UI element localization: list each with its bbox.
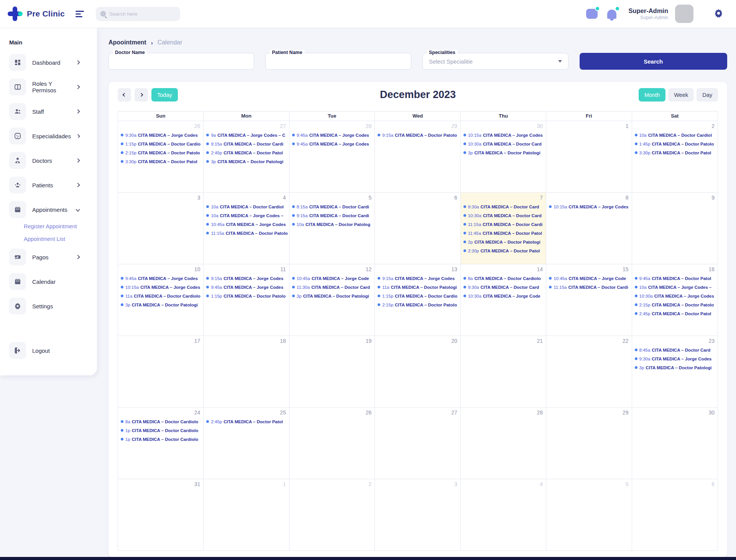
day-cell[interactable]: 119:15aCITA MEDICA – Jorge Codes9:45aCIT… — [204, 264, 289, 336]
day-cell[interactable]: 410aCITA MEDICA – Doctor Cardiol10aCITA … — [204, 193, 289, 264]
day-cell[interactable]: 1510:45aCITA MEDICA – Jorge Code11:15aCI… — [546, 264, 632, 336]
calendar-event[interactable]: 9:30aCITA MEDICA – Doctor Card — [462, 202, 546, 211]
day-cell[interactable]: 3 — [375, 479, 460, 551]
calendar-event[interactable]: 1pCITA MEDICA – Doctor Cardiolo — [120, 426, 203, 435]
calendar-event[interactable]: 10:30aCITA MEDICA – Doctor Card — [462, 139, 546, 148]
day-cell[interactable]: 31 — [118, 479, 204, 551]
calendar-event[interactable]: 9:45aCITA MEDICA – Jorge Codes — [291, 139, 375, 148]
calendar-event[interactable]: 2:45pCITA MEDICA – Doctor Patol — [205, 148, 289, 157]
calendar-event[interactable]: 10aCITA MEDICA – Doctor Cardiol — [634, 131, 718, 139]
avatar[interactable] — [675, 5, 693, 23]
day-cell[interactable]: 2 — [289, 479, 375, 551]
day-cell[interactable]: 810:15aCITA MEDICA – Jorge Codes — [546, 193, 632, 264]
day-cell[interactable]: 20 — [375, 336, 460, 408]
day-cell[interactable]: 252:45pCITA MEDICA – Doctor Patol — [204, 408, 289, 479]
day-cell[interactable]: 21 — [461, 336, 546, 408]
search-button[interactable]: Search — [580, 53, 727, 70]
search-input[interactable] — [109, 11, 171, 17]
calendar-event[interactable]: 9:45aCITA MEDICA – Jorge Codes — [205, 283, 289, 291]
calendar-event[interactable]: 3pCITA MEDICA – Doctor Patologi — [291, 291, 375, 300]
day-cell[interactable]: 28 — [461, 408, 546, 479]
brand[interactable]: Pre Clinic — [0, 7, 71, 21]
view-button-month[interactable]: Month — [639, 88, 665, 102]
calendar-event[interactable]: 10:45aCITA MEDICA – Jorge Codes — [205, 220, 289, 229]
calendar-event[interactable]: 8aCITA MEDICA – Doctor Cardiolo — [120, 417, 203, 426]
calendar-event[interactable]: 8:45aCITA MEDICA – Doctor Card — [634, 345, 718, 354]
calendar-event[interactable]: 9:45aCITA MEDICA – Doctor Patol — [634, 274, 718, 283]
calendar-event[interactable]: 9:45aCITA MEDICA – Jorge Codes — [120, 274, 203, 283]
day-cell[interactable]: 3 — [118, 193, 204, 264]
calendar-event[interactable]: 2:15pCITA MEDICA – Doctor Patolo — [634, 300, 718, 309]
day-cell[interactable]: 269:30aCITA MEDICA – Jorge Codes1:15pCIT… — [118, 121, 204, 193]
calendar-event[interactable]: 3:30pCITA MEDICA – Doctor Patol — [120, 157, 203, 166]
calendar-event[interactable]: 3pCITA MEDICA – Doctor Patologi — [120, 300, 203, 309]
calendar-event[interactable]: 9:45aCITA MEDICA – Jorge Codes — [291, 131, 375, 139]
day-cell[interactable]: 238:45aCITA MEDICA – Doctor Card9:30aCIT… — [632, 336, 718, 408]
calendar-event[interactable]: 10aCITA MEDICA – Doctor Cardiol — [205, 202, 289, 211]
day-cell[interactable]: 26 — [289, 408, 375, 479]
day-cell[interactable]: 1210:45aCITA MEDICA – Jorge Code11:30aCI… — [289, 264, 375, 336]
calendar-event[interactable]: 11:30aCITA MEDICA – Doctor Card — [291, 283, 375, 291]
day-cell[interactable]: 289:45aCITA MEDICA – Jorge Codes9:45aCIT… — [289, 121, 375, 193]
day-cell[interactable]: 169:45aCITA MEDICA – Doctor Patol10aCITA… — [632, 264, 718, 336]
day-cell[interactable]: 29 — [546, 408, 632, 479]
sidebar-item-dashboard[interactable]: Dashboard — [9, 54, 88, 71]
calendar-event[interactable]: 10aCITA MEDICA – Doctor Patolog — [291, 220, 375, 229]
calendar-event[interactable]: 3pCITA MEDICA – Doctor Patologi — [634, 363, 718, 372]
calendar-event[interactable]: 11:45aCITA MEDICA – Doctor Patol — [462, 229, 546, 237]
calendar-event[interactable]: 2:15pCITA MEDICA – Doctor Patolo — [376, 300, 460, 309]
day-cell[interactable]: 279aCITA MEDICA – Jorge Codes – C9:15aCI… — [204, 121, 289, 193]
calendar-event[interactable]: 1:15pCITA MEDICA – Doctor Cardio — [120, 139, 203, 148]
sidebar-item-staff[interactable]: Staff — [9, 103, 88, 120]
calendar-event[interactable]: 3pCITA MEDICA – Doctor Patologi — [462, 148, 546, 157]
calendar-event[interactable]: 3:30pCITA MEDICA – Doctor Patol — [634, 148, 718, 157]
day-cell[interactable]: 1 — [204, 479, 289, 551]
speciality-select[interactable]: Specialities Select Specialitie — [422, 53, 568, 70]
calendar-event[interactable]: 3pCITA MEDICA – Doctor Patologi — [205, 157, 289, 166]
calendar-event[interactable]: 8aCITA MEDICA – Doctor Cardiolo — [462, 274, 546, 283]
calendar-event[interactable]: 2pCITA MEDICA – Doctor Patologi — [462, 237, 546, 246]
calendar-event[interactable]: 9:30aCITA MEDICA – Doctor Card — [462, 283, 546, 291]
sidebar-item-pagos[interactable]: Pagos — [9, 249, 88, 265]
view-button-day[interactable]: Day — [697, 88, 718, 102]
calendar-event[interactable]: 11:15aCITA MEDICA – Doctor Cardi — [462, 220, 546, 229]
calendar-event[interactable]: 10aCITA MEDICA – Jorge Codes – — [205, 211, 289, 220]
doctor-name-input[interactable] — [109, 53, 254, 69]
day-cell[interactable]: 6 — [632, 479, 718, 551]
calendar-event[interactable]: 10:15aCITA MEDICA – Jorge Codes — [120, 283, 203, 291]
sidebar-item-especialidades[interactable]: Especialidades — [9, 128, 88, 144]
calendar-event[interactable]: 10:45aCITA MEDICA – Jorge Code — [291, 274, 375, 283]
header-settings-button[interactable] — [713, 8, 724, 20]
sidebar-subitem-appointment-list[interactable]: Appointment List — [24, 236, 97, 242]
calendar-event[interactable]: 1:45pCITA MEDICA – Doctor Patolo — [634, 139, 718, 148]
day-cell[interactable]: 58:15aCITA MEDICA – Doctor Cardi9:15aCIT… — [289, 193, 375, 264]
breadcrumb-parent[interactable]: Apoointment — [108, 39, 146, 46]
day-cell-today[interactable]: 79:30aCITA MEDICA – Doctor Card10:30aCIT… — [461, 193, 546, 264]
day-cell[interactable]: 30 — [632, 408, 718, 479]
day-cell[interactable]: 18 — [204, 336, 289, 408]
calendar-event[interactable]: 9:15aCITA MEDICA – Jorge Codes — [205, 274, 289, 283]
day-cell[interactable]: 1 — [546, 121, 632, 193]
calendar-event[interactable]: 10:45aCITA MEDICA – Jorge Code — [548, 274, 631, 283]
calendar-event[interactable]: 10:15aCITA MEDICA – Jorge Codes — [462, 131, 546, 139]
view-button-week[interactable]: Week — [668, 88, 694, 102]
calendar-event[interactable]: 2:15pCITA MEDICA – Doctor Patolo — [120, 148, 203, 157]
patient-name-input[interactable] — [266, 53, 411, 69]
calendar-event[interactable]: 8:15aCITA MEDICA – Doctor Cardi — [291, 202, 375, 211]
calendar-event[interactable]: 2:45pCITA MEDICA – Doctor Patol — [205, 417, 289, 426]
calendar-event[interactable]: 9:15aCITA MEDICA – Jorge Codes — [376, 274, 460, 283]
calendar-event[interactable]: 2:45pCITA MEDICA – Doctor Patol — [634, 309, 718, 318]
day-cell[interactable]: 27 — [375, 408, 460, 479]
day-cell[interactable]: 9 — [632, 193, 718, 264]
sidebar-subitem-register-appointment[interactable]: Register Appointment — [24, 223, 97, 229]
calendar-event[interactable]: 10aCITA MEDICA – Jorge Codes – — [634, 283, 718, 291]
sidebar-item-settings[interactable]: Settings — [9, 298, 88, 314]
day-cell[interactable]: 210aCITA MEDICA – Doctor Cardiol1:45pCIT… — [632, 121, 718, 193]
day-cell[interactable]: 4 — [461, 479, 546, 551]
notifications-button[interactable] — [606, 7, 619, 20]
day-cell[interactable]: 17 — [118, 336, 204, 408]
calendar-event[interactable]: 9:15aCITA MEDICA – Doctor Cardi — [205, 139, 289, 148]
calendar-event[interactable]: 11aCITA MEDICA – Doctor Cardiolo — [120, 291, 203, 300]
day-cell[interactable]: 6 — [375, 193, 460, 264]
day-cell[interactable]: 139:15aCITA MEDICA – Jorge Codes11aCITA … — [375, 264, 460, 336]
